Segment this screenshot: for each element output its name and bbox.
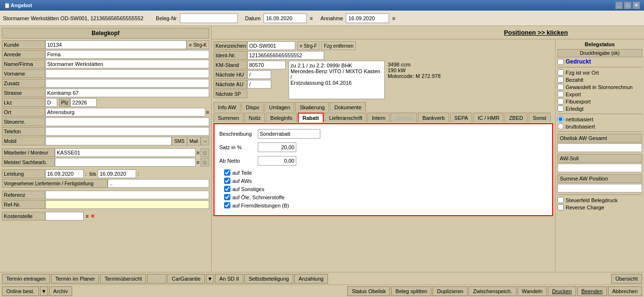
auf-fremd-checkbox[interactable] <box>224 202 230 208</box>
erledigt-checkbox[interactable] <box>557 105 564 112</box>
tab-dokumente[interactable]: Dokumente <box>330 102 366 112</box>
meister-input[interactable] <box>55 158 196 167</box>
mail-btn[interactable]: Mail <box>187 137 201 145</box>
meister-menu-icon[interactable]: ≡ <box>197 159 200 165</box>
tab-zbed[interactable]: ZBED <box>505 113 527 122</box>
kostenstelle-menu-icon[interactable]: ≡ <box>86 213 88 219</box>
tab-lieferanschrift[interactable]: Lieferanschrift <box>325 113 366 122</box>
auf-aws-checkbox[interactable] <box>224 178 230 184</box>
bezahlt-checkbox[interactable] <box>557 77 564 83</box>
fzg-ist-vor-ort-checkbox[interactable] <box>557 69 564 76</box>
tab-dispo[interactable]: Dispo <box>241 102 264 112</box>
auf-sonstiges-checkbox[interactable] <box>224 186 230 192</box>
ref-nr-input[interactable] <box>45 200 209 209</box>
tab-sonst[interactable]: Sonst <box>529 113 551 122</box>
car-garantie-btn[interactable]: CarGarantie <box>167 274 205 284</box>
sms-btn[interactable]: SMS <box>172 137 187 145</box>
lkz-input[interactable] <box>45 98 57 107</box>
kostenstelle-clear-icon[interactable]: ✕ <box>90 213 95 220</box>
fibuexport-checkbox[interactable] <box>557 98 564 104</box>
abbrechen-btn[interactable]: Abbrechen <box>608 286 642 296</box>
arrow-icon[interactable]: → <box>201 137 209 145</box>
nettobasiert-radio[interactable] <box>557 116 564 122</box>
vorname-input[interactable] <box>45 69 209 78</box>
kennzeichen-input[interactable] <box>247 41 295 50</box>
beenden-btn[interactable]: Beenden <box>577 286 607 296</box>
strg-f-btn[interactable]: ≡ Strg-F <box>297 41 319 50</box>
naechste-au-input[interactable] <box>247 80 271 89</box>
termin-eintragen-btn[interactable]: Termin eintragen <box>2 274 50 284</box>
beleg-splitten-btn[interactable]: Beleg splitten <box>391 286 431 296</box>
archiv-btn[interactable]: Archiv <box>49 286 73 296</box>
annahme-input[interactable] <box>346 13 389 23</box>
reverse-charge-checkbox[interactable] <box>557 204 564 210</box>
tab-skalierung[interactable]: Skalierung <box>295 102 329 112</box>
vorgesehen-input[interactable] <box>108 179 209 188</box>
tab-intern[interactable]: Intern <box>367 113 390 122</box>
referenz-input[interactable] <box>45 191 209 199</box>
mobil-input[interactable] <box>45 137 172 145</box>
name-firma-input[interactable] <box>45 60 209 68</box>
tab-notiz[interactable]: Notiz <box>244 113 265 122</box>
kunde-input[interactable] <box>45 40 187 49</box>
fzg-entfernen-btn[interactable]: Fzg entfernen <box>321 41 356 50</box>
ort-input[interactable] <box>45 108 205 116</box>
mitarbeiter-menu-icon[interactable]: ≡ <box>197 150 200 155</box>
ab-netto-input[interactable] <box>258 156 296 166</box>
tab-info-aw[interactable]: Info AW <box>214 102 240 112</box>
leistung-to-input[interactable] <box>98 169 136 178</box>
beschreibung-input[interactable] <box>258 129 320 139</box>
tab-obelisk[interactable]: Obelisk <box>391 113 417 122</box>
bruttobasiert-radio[interactable] <box>557 123 564 129</box>
uebersicht-btn[interactable]: Übersicht <box>611 274 642 284</box>
ort-menu-icon[interactable]: ≡ <box>206 109 209 115</box>
satz-input[interactable] <box>258 142 296 152</box>
anrede-input[interactable] <box>45 50 209 59</box>
terminuebersicht-btn[interactable]: Terminübersicht <box>100 274 146 284</box>
tab-ic-hmr[interactable]: IC / HMR <box>473 113 504 122</box>
ident-nr-input[interactable] <box>247 51 324 60</box>
km-stand-input[interactable] <box>247 61 286 69</box>
selbstbeteiligung-btn[interactable]: Selbstbeteiligung <box>244 274 293 284</box>
auf-teile-checkbox[interactable] <box>224 169 230 176</box>
tab-rabatt[interactable]: Rabatt <box>298 113 324 122</box>
tab-summen[interactable]: Summen <box>214 113 243 122</box>
leistung-from-input[interactable] <box>45 169 84 178</box>
mitarbeiter-add-icon[interactable]: □ <box>201 148 209 157</box>
drucken-btn[interactable]: Drucken <box>548 286 576 296</box>
telefon-input[interactable] <box>45 127 209 136</box>
menu-icon-1[interactable]: ≡ <box>310 15 313 21</box>
online-best-dropdown[interactable]: ▼ <box>40 286 48 296</box>
export-checkbox[interactable] <box>557 91 564 97</box>
steuerfeld-checkbox[interactable] <box>557 197 564 203</box>
zusatz-input[interactable] <box>45 79 209 88</box>
gewandelt-storno-checkbox[interactable] <box>557 84 564 90</box>
arzt-btn[interactable] <box>147 274 166 284</box>
termin-planer-btn[interactable]: Termin im Planer <box>51 274 100 284</box>
tab-bankverb[interactable]: Bankverb <box>418 113 449 122</box>
meister-add-icon[interactable]: □ <box>201 158 209 167</box>
wandeln-btn[interactable]: Wandeln <box>518 286 547 296</box>
strg-k-btn[interactable]: ≡ Strg-K <box>187 40 209 49</box>
online-best-btn[interactable]: Online best. <box>2 286 39 296</box>
naechste-hu-input[interactable] <box>247 70 271 79</box>
maximize-btn[interactable]: □ <box>624 1 631 9</box>
duplizieren-btn[interactable]: Duplizieren <box>432 286 467 296</box>
positions-title-container[interactable]: Positionen >> klicken <box>428 26 644 39</box>
datum-input[interactable] <box>264 13 307 23</box>
tab-sepa[interactable]: SEPA <box>450 113 473 122</box>
anzahlung-btn[interactable]: Anzahlung <box>294 274 328 284</box>
steuernr-input[interactable] <box>45 117 209 126</box>
tab-umlagen[interactable]: Umlagen <box>265 102 294 112</box>
beleg-nr-input[interactable] <box>180 13 238 23</box>
plz-input[interactable] <box>70 98 97 107</box>
mitarbeiter-input[interactable] <box>55 148 196 157</box>
kostenstelle-input[interactable] <box>45 212 84 220</box>
minimize-btn[interactable]: _ <box>615 1 623 9</box>
close-btn[interactable]: ✕ <box>632 1 640 9</box>
gedruckt-checkbox[interactable] <box>557 59 564 65</box>
car-garantie-dropdown[interactable]: ▼ <box>206 274 214 284</box>
auf-oele-checkbox[interactable] <box>224 194 230 200</box>
an-sd-ii-btn[interactable]: An SD II <box>215 274 243 284</box>
strasse-input[interactable] <box>45 89 209 97</box>
